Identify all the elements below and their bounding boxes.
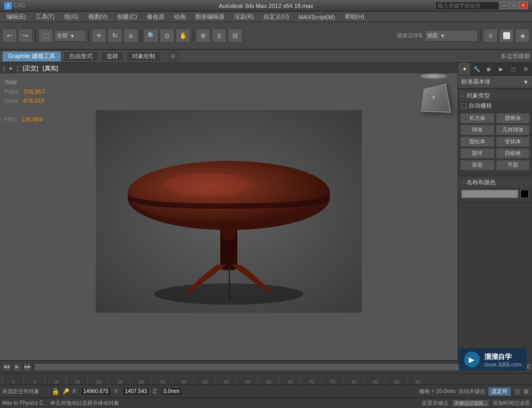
y-value-input[interactable]: 1407.543	[122, 387, 150, 396]
rp-tab-motion[interactable]: ▶	[495, 63, 508, 75]
mirror-button[interactable]: ⧖	[212, 29, 227, 43]
tab-freeform-label: 自由形式	[69, 52, 93, 60]
sphere-button[interactable]: 球体	[460, 125, 495, 135]
auto-grid-row: 自动栅格	[458, 101, 532, 111]
main-toolbar: ↩ ↪ ⬚ 全部 ▼ ✛ ↻ ⧄ 🔍 ⊙ ✋ ⊕ ⧖ ⊟ 建建选择集 视图 ▼	[0, 22, 532, 50]
object-color-swatch[interactable]	[520, 190, 529, 198]
object-name-input[interactable]	[461, 190, 518, 198]
auto-grid-checkbox[interactable]	[461, 103, 467, 109]
cylinder-button[interactable]: 圆柱体	[460, 136, 495, 147]
vp-ortho[interactable]: [正交]	[23, 64, 38, 72]
viewcube-ring	[420, 74, 447, 79]
torus-button[interactable]: 圆环	[460, 148, 495, 159]
cad-label: CAD	[14, 3, 25, 9]
status-btn-1[interactable]: ⬚	[514, 388, 521, 395]
coord-input-label: 建建选择集	[397, 32, 423, 39]
key-filter-button[interactable]: 关键点过滤器...	[452, 399, 490, 407]
render-button[interactable]: ⬜	[499, 29, 514, 43]
redo-button[interactable]: ↪	[18, 29, 33, 43]
snap-button[interactable]: ⊕	[196, 29, 211, 43]
maximize-button[interactable]: □	[510, 2, 518, 9]
object-category-dropdown[interactable]: 标准基本体 ▼	[458, 76, 532, 88]
close-button[interactable]: ✕	[519, 2, 528, 9]
rp-tab-hierarchy[interactable]: ◉	[483, 63, 495, 75]
minimize-button[interactable]: ─	[500, 2, 509, 9]
vp-plus[interactable]: +	[9, 65, 12, 71]
menu-tools[interactable]: 工具(T)	[31, 12, 59, 22]
app-layout: 3 CAD Autodesk 3ds Max 2012 x64 18.max ─…	[0, 0, 532, 408]
menu-render[interactable]: 渲染(R)	[230, 12, 258, 22]
select-all-button[interactable]: 选定对	[488, 387, 511, 396]
separator-3	[140, 29, 142, 42]
select-scale-button[interactable]: ⧄	[123, 29, 138, 43]
box-button[interactable]: 长方体	[460, 113, 495, 124]
menu-maxscript[interactable]: MAXScript(M)	[294, 13, 339, 21]
prev-frame-button[interactable]: ◀◀	[2, 363, 11, 371]
rp-tab-utils[interactable]: ⚙	[520, 63, 532, 75]
tab-select-label: 选择	[106, 52, 118, 60]
y-label: Y:	[114, 388, 119, 394]
menu-modifier[interactable]: 修改器	[143, 12, 169, 22]
title-left: 3 CAD	[4, 2, 25, 10]
stats-verts-value: 478,019	[23, 97, 44, 104]
material-button[interactable]: ◈	[515, 29, 530, 43]
z-value-input[interactable]: 0.0mm	[161, 387, 182, 396]
play-button[interactable]: ▶	[13, 363, 21, 371]
rp-tab-create[interactable]: ✦	[458, 63, 470, 75]
geosphere-button[interactable]: 几何球体	[496, 125, 530, 135]
menu-edit[interactable]: 编辑(E)	[2, 12, 30, 22]
sub-mode-label: 多边形建模	[501, 52, 530, 60]
tick-80: 80	[343, 378, 364, 385]
x-value-input[interactable]: 14960.675	[80, 387, 111, 396]
undo-button[interactable]: ↩	[2, 29, 17, 43]
menu-help[interactable]: 帮助(H)	[340, 12, 369, 22]
stats-total-label: Total	[4, 78, 45, 87]
menu-create[interactable]: 创建(C)	[113, 12, 141, 22]
track-bar[interactable]: 0 5 10 15 20 25 30 35 40 45 50 55 60 65 …	[0, 373, 532, 385]
viewport-3d[interactable]: [ + ] [正交] [真实] Total Polys: 506,857 Ver…	[0, 63, 458, 360]
pyramid-button[interactable]: 四棱锥	[496, 148, 530, 159]
menu-graph-editor[interactable]: 图形编辑器	[191, 12, 229, 22]
vp-shading[interactable]: [真实]	[43, 64, 58, 72]
tube-button[interactable]: 管状体	[496, 136, 530, 147]
menu-group[interactable]: 组(G)	[60, 12, 83, 22]
name-color-header[interactable]: ─ 名称和颜色	[458, 177, 532, 187]
search-input[interactable]	[435, 2, 499, 10]
object-types-header[interactable]: ─ 对象类型	[458, 91, 532, 101]
viewcube[interactable]: T	[415, 74, 452, 111]
auto-grid-label: 自动栅格	[469, 102, 492, 110]
select-filter-dropdown[interactable]: 全部 ▼	[54, 30, 86, 42]
status-right-buttons: ⬚ ⊞	[514, 388, 530, 395]
orbit-button[interactable]: ⊙	[160, 29, 174, 43]
reference-coord-dropdown[interactable]: 视图 ▼	[425, 30, 478, 42]
layer-button[interactable]: ≡	[483, 29, 498, 43]
rp-tab-display[interactable]: ◻	[508, 63, 520, 75]
next-frame-button[interactable]: ▶▶	[23, 363, 32, 371]
status-btn-2[interactable]: ⊞	[522, 388, 530, 395]
ref-coord-label: 视图	[427, 32, 438, 39]
tick-65: 65	[279, 378, 300, 385]
plane-button[interactable]: 平面	[496, 160, 530, 170]
menu-view[interactable]: 视图(V)	[84, 12, 112, 22]
menu-customize[interactable]: 自定义(U)	[259, 12, 293, 22]
select-button[interactable]: ⬚	[38, 29, 53, 43]
auto-key-label: 自动关键点	[459, 388, 485, 395]
viewport-header: [ + ] [正交] [真实]	[0, 63, 458, 74]
timeline-bar[interactable]	[34, 363, 511, 371]
name-color-label: 名称和颜色	[467, 178, 496, 186]
align-button[interactable]: ⊟	[228, 29, 243, 43]
tab-graphite[interactable]: Graphite 建模工具	[2, 51, 61, 62]
menu-animation[interactable]: 动画	[170, 12, 190, 22]
tab-freeform[interactable]: 自由形式	[63, 51, 98, 62]
rp-tab-modify[interactable]: 🔧	[470, 63, 483, 75]
pan-button[interactable]: ✋	[176, 29, 190, 43]
cone-button[interactable]: 圆锥体	[496, 113, 530, 124]
tab-object-paint[interactable]: 对象绘制	[126, 51, 161, 62]
status-main-text: 未选定任何对象	[2, 388, 39, 394]
tab-select[interactable]: 选择	[101, 51, 124, 62]
select-rotate-button[interactable]: ↻	[107, 29, 122, 43]
teapot-button[interactable]: 茶壶	[460, 160, 495, 170]
zoom-button[interactable]: 🔍	[144, 29, 159, 43]
select-move-button[interactable]: ✛	[92, 29, 106, 43]
separator-2	[88, 29, 89, 42]
